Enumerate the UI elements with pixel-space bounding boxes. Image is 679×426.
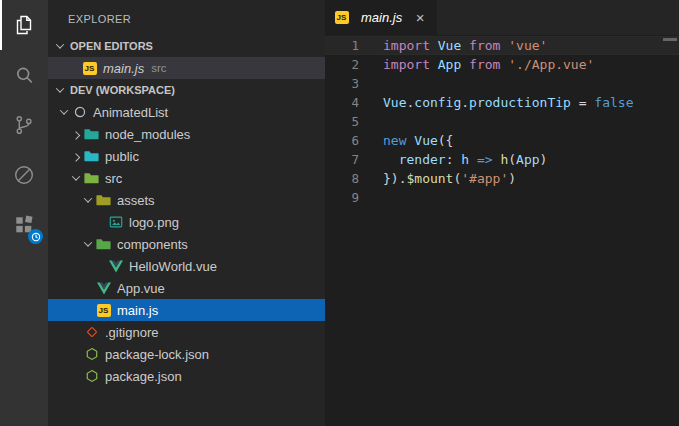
code-line-9[interactable]: 9 [325,188,679,207]
tree-item-label: .gitignore [105,325,158,340]
arrow-spacer [92,214,108,230]
workspace-label: DEV (WORKSPACE) [70,84,175,96]
project-root-icon [73,105,87,119]
open-editor-item-main-js[interactable]: JSmain.jssrc [48,57,325,79]
tree-item-public[interactable]: public [48,145,325,167]
tree-item-app-vue[interactable]: App.vue [48,277,325,299]
chevron-right-icon[interactable] [68,126,84,142]
code-text [359,188,383,207]
chevron-down-icon[interactable] [56,104,72,120]
line-number: 4 [325,93,359,112]
code-text: Vue.config.productionTip = false [359,93,633,112]
chevron-down-icon[interactable] [80,236,96,252]
line-number: 8 [325,169,359,188]
editor-code[interactable]: 1import Vue from 'vue'2import App from '… [325,35,679,426]
tab-label: main.js [361,10,402,25]
tree-item-icon [84,325,99,340]
tree-item-icon [84,369,99,384]
code-text: import App from './App.vue' [359,55,594,74]
tree-item-label: main.js [117,303,158,318]
vue-file-icon [97,282,111,295]
code-line-4[interactable]: 4Vue.config.productionTip = false [325,93,679,112]
tree-item-label: assets [117,193,155,208]
tab-main-js[interactable]: JS main.js × [325,0,437,35]
tree-item-icon [108,215,123,230]
open-editors-list: JSmain.jssrc [48,57,325,79]
activity-bar-explorer[interactable] [0,0,48,50]
close-icon[interactable]: × [412,10,428,26]
tree-item-icon [108,259,123,274]
code-line-5[interactable]: 5 [325,112,679,131]
chevron-down-icon[interactable] [68,170,84,186]
files-icon [12,13,36,37]
code-line-8[interactable]: 8}).$mount('#app') [325,169,679,188]
open-editor-label: main.js [103,61,144,76]
tree-item-label: AnimatedList [93,105,168,120]
workspace-header[interactable]: DEV (WORKSPACE) [48,79,325,101]
tree-item-gitignore[interactable]: .gitignore [48,321,325,343]
code-line-6[interactable]: 6new Vue({ [325,131,679,150]
folder-icon [84,171,99,185]
overview-ruler-cursor-marker [663,38,677,41]
chevron-right-icon[interactable] [68,148,84,164]
tree-item-icon [96,237,111,252]
arrow-spacer [80,302,96,318]
line-number: 6 [325,131,359,150]
code-text: render: h => h(App) [359,150,547,169]
tree-item-package-json[interactable]: package.json [48,365,325,387]
editor-group: JS main.js × 1import Vue from 'vue'2impo… [325,0,679,426]
tree-item-icon [96,193,111,208]
search-icon [12,63,36,87]
folder-icon [96,237,111,251]
code-text [359,74,383,93]
tree-item-node-modules[interactable]: node_modules [48,123,325,145]
code-text: }).$mount('#app') [359,169,516,188]
activity-bar-extensions[interactable] [0,200,48,250]
tree-item-icon [84,127,99,142]
tree-item-icon [84,171,99,186]
tree-item-main-js[interactable]: JSmain.js [48,299,325,321]
tree-item-icon [84,149,99,164]
tree-item-logo-png[interactable]: logo.png [48,211,325,233]
clock-icon [31,232,41,242]
line-number: 3 [325,74,359,93]
open-editor-detail: src [151,62,166,74]
line-number: 5 [325,112,359,131]
arrow-spacer [80,280,96,296]
code-line-7[interactable]: 7 render: h => h(App) [325,150,679,169]
tree-item-icon: JS [96,303,111,318]
code-line-3[interactable]: 3 [325,74,679,93]
tree-item-assets[interactable]: assets [48,189,325,211]
activity-bar-search[interactable] [0,50,48,100]
code-text [359,112,383,131]
code-text: new Vue({ [359,131,453,150]
tree-item-animatedlist[interactable]: AnimatedList [48,101,325,123]
code-line-2[interactable]: 2import App from './App.vue' [325,55,679,74]
js-file-icon: JS [83,62,97,75]
git-file-icon [85,325,99,339]
tree-item-icon [96,281,111,296]
tree-item-label: public [105,149,139,164]
package-json-icon [85,369,99,383]
open-editors-header[interactable]: OPEN EDITORS [48,35,325,57]
tree-item-label: logo.png [129,215,179,230]
tree-item-icon [72,105,87,120]
js-file-icon: JS [335,11,349,24]
debug-icon [12,163,36,187]
folder-icon [84,127,99,141]
line-number: 1 [325,36,359,55]
tree-item-label: src [105,171,122,186]
tree-item-package-lock-json[interactable]: package-lock.json [48,343,325,365]
chevron-down-icon[interactable] [80,192,96,208]
tree-item-helloworld-vue[interactable]: HelloWorld.vue [48,255,325,277]
activity-bar-debug[interactable] [0,150,48,200]
tree-item-components[interactable]: components [48,233,325,255]
js-file-icon: JS [97,304,111,317]
code-text: import Vue from 'vue' [359,36,547,55]
line-number: 2 [325,55,359,74]
tree-item-src[interactable]: src [48,167,325,189]
tree-item-label: components [117,237,188,252]
tab-file-icon: JS [334,10,349,25]
code-line-1[interactable]: 1import Vue from 'vue' [325,36,679,55]
activity-bar-source-control[interactable] [0,100,48,150]
